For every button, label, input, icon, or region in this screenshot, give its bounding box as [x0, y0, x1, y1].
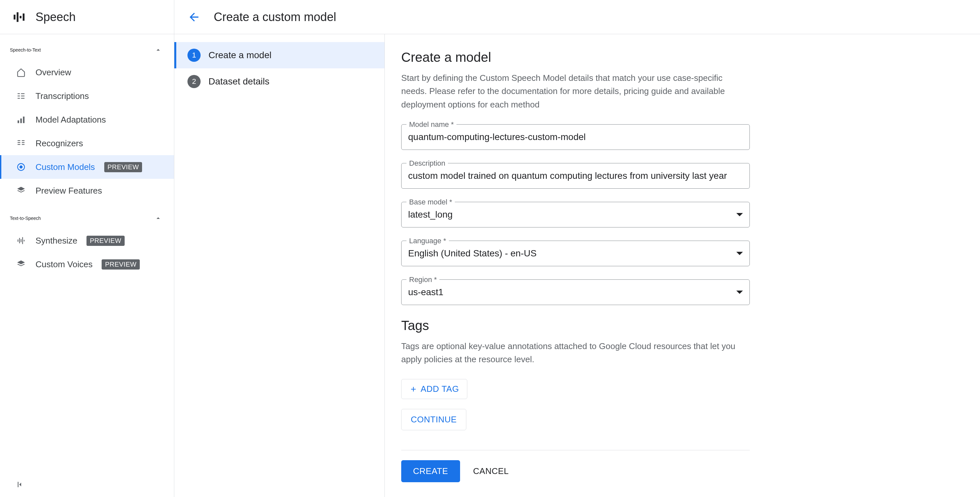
svg-point-20 [20, 166, 22, 168]
sidebar-section-header-stt[interactable]: Speech-to-Text [0, 40, 174, 60]
tags-description: Tags are optional key-value annotations … [401, 340, 750, 366]
sidebar-item-label: Synthesize [35, 236, 77, 246]
tags-heading: Tags [401, 318, 750, 333]
svg-rect-14 [18, 142, 21, 143]
svg-rect-0 [14, 14, 16, 19]
svg-rect-12 [23, 117, 25, 123]
preview-badge: PREVIEW [86, 236, 125, 246]
form-area: Create a model Start by defining the Cus… [385, 34, 980, 497]
field-model-name: Model name * [401, 124, 750, 150]
transcriptions-icon [16, 91, 26, 101]
home-icon [16, 67, 26, 78]
field-label: Language * [406, 237, 449, 245]
sidebar-item-label: Custom Models [35, 162, 95, 172]
step-dataset-details[interactable]: 2 Dataset details [174, 68, 385, 95]
chevron-up-icon [154, 46, 162, 54]
synthesize-icon [16, 235, 26, 246]
field-label: Model name * [406, 120, 457, 129]
sidebar-item-model-adaptations[interactable]: Model Adaptations [0, 108, 174, 132]
field-label: Region * [406, 275, 439, 284]
sidebar-item-preview-features[interactable]: Preview Features [0, 179, 174, 202]
back-arrow-icon[interactable] [188, 11, 200, 24]
step-create-model[interactable]: 1 Create a model [174, 42, 385, 68]
footer-buttons: CREATE CANCEL [401, 450, 750, 492]
svg-rect-3 [23, 13, 25, 21]
svg-rect-23 [21, 239, 21, 242]
language-select[interactable]: English (United States) - en-US [401, 241, 750, 266]
sidebar-section-title: Text-to-Speech [10, 216, 41, 221]
layers-icon [16, 259, 26, 270]
plus-icon [409, 385, 417, 393]
select-value: latest_long [408, 210, 452, 220]
svg-rect-25 [24, 240, 24, 241]
sidebar-item-label: Overview [35, 67, 71, 78]
field-label: Base model * [406, 198, 455, 206]
svg-rect-5 [18, 96, 20, 96]
svg-rect-13 [18, 140, 21, 141]
layers-icon [16, 186, 26, 196]
field-region: Region * us-east1 [401, 279, 750, 305]
form-heading: Create a model [401, 50, 750, 65]
add-tag-label: ADD TAG [421, 384, 459, 394]
svg-rect-4 [18, 93, 20, 94]
svg-rect-18 [22, 144, 24, 144]
svg-rect-7 [21, 93, 25, 94]
page-title: Create a custom model [214, 10, 336, 24]
recognizers-icon [16, 138, 26, 149]
field-base-model: Base model * latest_long [401, 202, 750, 227]
svg-rect-26 [18, 482, 18, 487]
select-value: us-east1 [408, 287, 443, 297]
add-tag-button[interactable]: ADD TAG [401, 379, 467, 399]
sidebar-collapse-button[interactable] [16, 480, 25, 489]
main: Create a custom model 1 Create a model 2… [174, 0, 980, 497]
create-button[interactable]: CREATE [401, 460, 460, 482]
description-input[interactable] [401, 163, 750, 189]
main-body: 1 Create a model 2 Dataset details Creat… [174, 34, 980, 497]
cancel-button[interactable]: CANCEL [473, 466, 509, 476]
sidebar-item-transcriptions[interactable]: Transcriptions [0, 84, 174, 108]
sidebar-section-stt: Speech-to-Text Overview Transcriptions [0, 34, 174, 202]
custom-models-icon [16, 162, 26, 172]
step-label: Dataset details [208, 76, 269, 87]
sidebar-item-synthesize[interactable]: Synthesize PREVIEW [0, 229, 174, 252]
svg-rect-8 [21, 96, 25, 96]
sidebar-item-overview[interactable]: Overview [0, 60, 174, 84]
step-label: Create a model [208, 50, 271, 60]
svg-rect-21 [18, 240, 18, 242]
sidebar-header: Speech [0, 0, 174, 34]
region-select[interactable]: us-east1 [401, 279, 750, 305]
svg-rect-6 [18, 98, 20, 98]
sidebar-item-custom-models[interactable]: Custom Models PREVIEW [0, 155, 174, 179]
adaptations-icon [16, 114, 26, 125]
chevron-down-icon [736, 213, 743, 216]
form-description: Start by defining the Custom Speech Mode… [401, 71, 750, 111]
speech-logo-icon [12, 10, 26, 24]
svg-rect-16 [22, 140, 24, 141]
steps-column: 1 Create a model 2 Dataset details [174, 34, 385, 497]
svg-rect-24 [22, 237, 23, 244]
sidebar-item-label: Model Adaptations [35, 115, 106, 125]
sidebar-section-title: Speech-to-Text [10, 47, 41, 52]
sidebar: Speech Speech-to-Text Overview Transcrip… [0, 0, 174, 497]
field-language: Language * English (United States) - en-… [401, 241, 750, 266]
step-number: 1 [188, 49, 200, 62]
step-number: 2 [188, 75, 200, 88]
chevron-down-icon [736, 252, 743, 255]
main-header: Create a custom model [174, 0, 980, 34]
sidebar-section-header-tts[interactable]: Text-to-Speech [0, 208, 174, 229]
svg-rect-10 [18, 120, 19, 123]
continue-button[interactable]: CONTINUE [401, 409, 466, 430]
svg-rect-15 [18, 144, 21, 144]
sidebar-item-label: Preview Features [35, 186, 102, 196]
sidebar-item-recognizers[interactable]: Recognizers [0, 132, 174, 155]
sidebar-item-label: Transcriptions [35, 91, 89, 101]
sidebar-item-label: Recognizers [35, 138, 83, 149]
sidebar-item-label: Custom Voices [35, 259, 92, 270]
chevron-down-icon [736, 291, 743, 294]
svg-rect-1 [17, 12, 18, 22]
sidebar-section-tts: Text-to-Speech Synthesize PREVIEW Custom… [0, 202, 174, 276]
svg-rect-22 [19, 238, 20, 243]
preview-badge: PREVIEW [104, 162, 142, 172]
sidebar-item-custom-voices[interactable]: Custom Voices PREVIEW [0, 252, 174, 276]
preview-badge: PREVIEW [102, 259, 140, 270]
